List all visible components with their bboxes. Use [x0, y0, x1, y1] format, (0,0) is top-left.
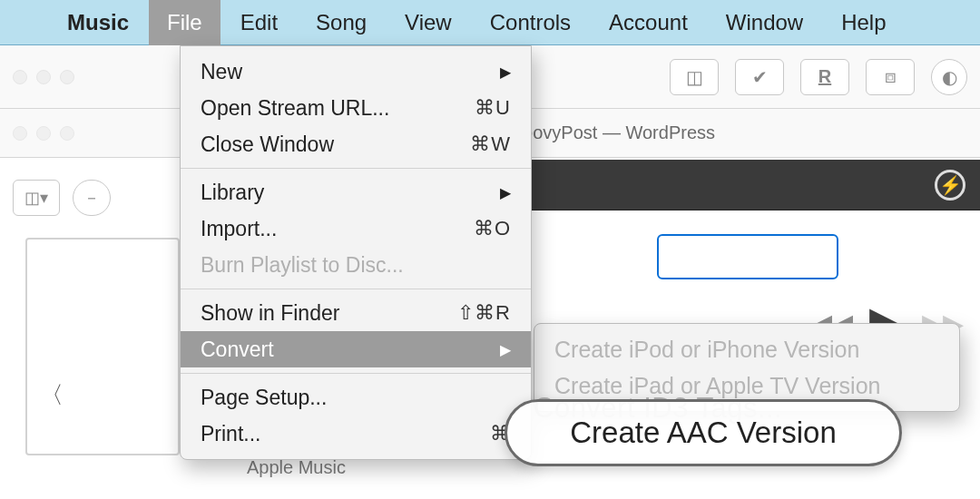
check-icon[interactable]: ✔ — [735, 59, 784, 95]
file-menu-convert[interactable]: Convert ▶ — [181, 331, 531, 367]
shortcut-label: ⌘W — [470, 132, 511, 156]
menubar-item-help[interactable]: Help — [823, 0, 904, 45]
file-menu-burn: Burn Playlist to Disc... — [181, 247, 531, 283]
sidebar-toggle-icon[interactable]: ◫ — [670, 59, 719, 95]
file-menu-print[interactable]: Print... ⌘ — [181, 416, 531, 452]
window-controls — [13, 70, 74, 84]
menu-separator — [181, 289, 531, 289]
traffic-close-icon[interactable] — [13, 70, 27, 84]
download-box-icon[interactable]: ⧈ — [866, 59, 915, 95]
tab-traffic — [13, 126, 74, 141]
file-menu-import[interactable]: Import... ⌘O — [181, 210, 531, 247]
sidebar-controls: ◫▾ － — [13, 180, 111, 216]
create-aac-label: Create AAC Version — [570, 416, 837, 450]
file-menu-close-window-label: Close Window — [201, 132, 334, 157]
lightning-icon[interactable]: ⚡ — [935, 170, 965, 201]
zoom-out-button[interactable]: － — [73, 180, 111, 216]
menu-separator — [181, 373, 531, 374]
file-menu-convert-label: Convert — [201, 338, 274, 362]
submenu-arrow-icon: ▶ — [500, 64, 511, 81]
file-menu-new-label: New — [201, 60, 242, 84]
menubar-item-controls[interactable]: Controls — [472, 0, 589, 45]
file-menu-show-in-finder[interactable]: Show in Finder ⇧⌘R — [181, 295, 531, 331]
r-icon[interactable]: R — [800, 59, 849, 95]
file-menu-library-label: Library — [201, 181, 264, 205]
file-menu-page-setup[interactable]: Page Setup... — [181, 379, 531, 416]
placeholder-dot-icon — [36, 126, 51, 141]
submenu-arrow-icon: ▶ — [500, 184, 511, 201]
menubar-item-song[interactable]: Song — [298, 0, 385, 45]
create-aac-callout[interactable]: Create AAC Version — [505, 399, 902, 466]
file-menu-burn-label: Burn Playlist to Disc... — [201, 253, 404, 278]
file-menu-close-window[interactable]: Close Window ⌘W — [181, 126, 531, 162]
file-menu-open-stream-label: Open Stream URL... — [201, 96, 389, 121]
shortcut-label: ⇧⌘R — [457, 301, 511, 325]
menubar-app-name[interactable]: Music — [49, 0, 147, 45]
shortcut-label: ⌘U — [475, 96, 511, 120]
globe-icon[interactable]: ◐ — [931, 59, 967, 95]
menubar-item-window[interactable]: Window — [708, 0, 821, 45]
menubar-item-file[interactable]: File — [149, 0, 220, 45]
view-mode-selector[interactable]: ◫▾ — [13, 180, 60, 216]
file-menu: New ▶ Open Stream URL... ⌘U Close Window… — [180, 45, 532, 460]
menu-separator — [181, 168, 531, 169]
placeholder-dot-icon — [60, 126, 74, 141]
convert-ipod: Create iPod or iPhone Version — [534, 331, 959, 367]
traffic-zoom-icon[interactable] — [60, 70, 74, 84]
sidebar-panel — [25, 238, 180, 455]
traffic-min-icon[interactable] — [36, 70, 51, 84]
file-menu-show-finder-label: Show in Finder — [201, 301, 339, 326]
file-menu-library[interactable]: Library ▶ — [181, 174, 531, 210]
menubar-item-edit[interactable]: Edit — [222, 0, 296, 45]
file-menu-print-label: Print... — [201, 422, 260, 446]
add-media-button[interactable] — [657, 234, 838, 279]
menubar: Music File Edit Song View Controls Accou… — [0, 0, 980, 45]
menubar-item-account[interactable]: Account — [591, 0, 706, 45]
shortcut-label: ⌘O — [474, 217, 511, 240]
menubar-item-view[interactable]: View — [387, 0, 470, 45]
placeholder-dot-icon — [13, 126, 27, 141]
file-menu-import-label: Import... — [201, 217, 277, 241]
file-menu-new[interactable]: New ▶ — [181, 54, 531, 90]
file-menu-page-setup-label: Page Setup... — [201, 386, 327, 410]
file-menu-open-stream[interactable]: Open Stream URL... ⌘U — [181, 90, 531, 126]
back-button[interactable]: 〈 — [40, 379, 64, 411]
sidebar-apple-music-label[interactable]: Apple Music — [247, 457, 346, 478]
submenu-arrow-icon: ▶ — [500, 341, 511, 358]
